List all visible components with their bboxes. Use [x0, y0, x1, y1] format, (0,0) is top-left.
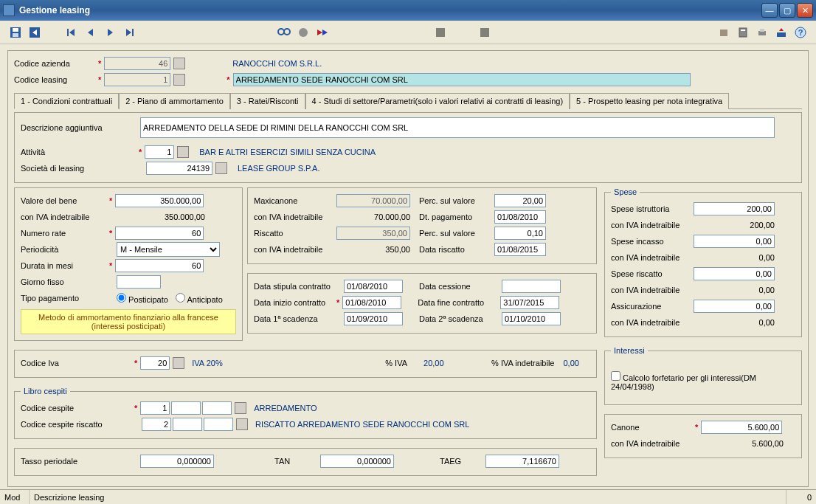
spese-incasso-iva-value: 0,00 — [694, 253, 775, 262]
prima-scad-label: Data 1ª scadenza — [254, 314, 342, 323]
societa-desc: LEASE GROUP S.P.A. — [238, 164, 319, 173]
stop-icon[interactable] — [295, 24, 311, 41]
minimize-button[interactable]: — — [761, 3, 778, 18]
codice-leasing-field — [104, 73, 170, 86]
cespite-desc: ARREDAMENTO — [254, 404, 317, 412]
tassi-panel: Tasso periodale TAN TAEG — [14, 448, 597, 476]
tool1-icon[interactable] — [716, 24, 732, 41]
descrizione-panel: Descrizione aggiuntiva Attività * BAR E … — [14, 112, 802, 183]
perc-valore-field[interactable] — [494, 194, 546, 207]
societa-field[interactable] — [146, 162, 212, 175]
calcolo-forfetario-checkbox[interactable]: Calcolo forfetario per gli interessi(DM … — [611, 371, 795, 391]
perc-iva-label: % IVA — [385, 359, 407, 367]
square2-icon[interactable] — [477, 24, 493, 41]
first-record-icon[interactable] — [63, 24, 80, 41]
data-riscatto-field[interactable] — [494, 243, 546, 256]
attivita-desc: BAR E ALTRI ESERCIZI SIMILI SENZA CUCINA — [199, 148, 376, 156]
next-record-icon[interactable] — [102, 24, 118, 41]
help-icon[interactable]: ? — [792, 24, 809, 41]
tab-prospetto[interactable]: 5 - Prospetto leasing per nota integrati… — [570, 93, 729, 109]
save-icon[interactable] — [7, 24, 24, 41]
tipo-pagamento-label: Tipo pagamento — [21, 294, 115, 303]
giorno-fisso-label: Giorno fisso — [21, 277, 115, 286]
descrizione-aggiuntiva-field[interactable] — [140, 117, 775, 138]
codice-iva-field[interactable] — [140, 356, 170, 370]
cespite-field1[interactable] — [140, 401, 170, 415]
spese-istruttoria-field[interactable] — [694, 202, 775, 215]
giorno-fisso-field[interactable] — [117, 275, 161, 289]
square1-icon[interactable] — [432, 24, 449, 41]
stipula-label: Data stipula contratto — [254, 282, 342, 291]
societa-lookup[interactable] — [215, 162, 227, 174]
leasing-desc-field[interactable] — [233, 73, 691, 86]
export-icon[interactable] — [773, 24, 789, 41]
fine-field[interactable] — [500, 296, 559, 309]
riscatto-label: Riscatto — [254, 229, 335, 238]
perc-valore2-field[interactable] — [494, 227, 546, 240]
status-desc: Descrizione leasing — [30, 490, 786, 504]
tan-field[interactable] — [320, 455, 394, 468]
stipula-field[interactable] — [344, 280, 403, 293]
calculator-icon[interactable] — [735, 24, 751, 41]
svg-rect-15 — [760, 29, 764, 32]
seconda-scad-label: Data 2ª scadenza — [419, 314, 500, 323]
cespite-riscatto-field3[interactable] — [204, 418, 233, 431]
cespite-field3[interactable] — [202, 401, 232, 415]
perc-valore-label: Perc. sul valore — [419, 196, 493, 205]
status-bar: Mod Descrizione leasing 0 — [0, 489, 816, 504]
taeg-field[interactable] — [485, 455, 559, 468]
maxicanone-iva-label: con IVA indetraibile — [254, 213, 335, 221]
search-icon[interactable] — [276, 24, 292, 41]
attivita-field[interactable] — [145, 145, 174, 159]
codice-iva-lookup[interactable] — [173, 357, 184, 369]
spese-incasso-field[interactable] — [694, 235, 775, 248]
codice-leasing-lookup[interactable] — [173, 74, 185, 86]
tab-piano[interactable]: 2 - Piano di ammortamento — [119, 93, 230, 109]
spese-riscatto-iva-value: 0,00 — [694, 286, 775, 294]
flag-icon[interactable] — [314, 24, 331, 41]
posticipato-radio[interactable]: Posticipato — [117, 293, 168, 304]
iva-desc: IVA 20% — [192, 359, 384, 367]
valore-bene-field[interactable] — [115, 194, 204, 207]
codice-leasing-label: Codice leasing — [14, 75, 95, 84]
cespite-lookup[interactable] — [235, 402, 246, 414]
tasso-periodale-field[interactable] — [140, 455, 214, 468]
canone-panel: Canone* con IVA indetraibile5.600,00 — [604, 414, 802, 458]
app-icon — [3, 4, 15, 16]
seconda-scad-field[interactable] — [502, 312, 561, 325]
numero-rate-field[interactable] — [115, 227, 204, 240]
periodicita-select[interactable]: M - Mensile — [117, 242, 220, 257]
cespite-riscatto-field1[interactable] — [142, 418, 171, 431]
perc-valore2-label: Perc. sul valore — [419, 229, 493, 238]
cespite-field2[interactable] — [171, 401, 201, 415]
cespite-riscatto-lookup[interactable] — [236, 418, 248, 430]
attivita-lookup[interactable] — [177, 146, 189, 158]
canone-field[interactable] — [701, 421, 782, 434]
back-icon[interactable] — [27, 24, 43, 41]
tab-condizioni[interactable]: 1 - Condizioni contrattuali — [14, 93, 119, 109]
prima-scad-field[interactable] — [344, 312, 403, 325]
durata-mesi-field[interactable] — [115, 259, 204, 272]
cessione-field[interactable] — [502, 280, 561, 293]
tab-ratei[interactable]: 3 - Ratei/Risconti — [230, 93, 305, 109]
tab-bar: 1 - Condizioni contrattuali 2 - Piano di… — [14, 92, 802, 109]
last-record-icon[interactable] — [121, 24, 137, 41]
inizio-field[interactable] — [342, 296, 401, 309]
riscatto-iva-value: 350,00 — [336, 245, 410, 254]
assicurazione-field[interactable] — [694, 300, 775, 313]
maxicanone-iva-value: 70.000,00 — [336, 213, 410, 221]
svg-rect-10 — [480, 28, 489, 37]
dt-pagamento-field[interactable] — [494, 210, 546, 224]
maximize-button[interactable]: ▢ — [779, 3, 795, 18]
anticipato-radio[interactable]: Anticipato — [176, 293, 223, 304]
valore-bene-label: Valore del bene — [21, 196, 106, 205]
close-button[interactable]: ✕ — [797, 3, 813, 18]
cespite-riscatto-field2[interactable] — [173, 418, 202, 431]
periodicita-label: Periodicità — [21, 245, 115, 254]
prev-record-icon[interactable] — [83, 24, 99, 41]
print-icon[interactable] — [754, 24, 770, 41]
codice-azienda-field — [104, 57, 170, 70]
spese-riscatto-field[interactable] — [694, 267, 775, 280]
tab-studi[interactable]: 4 - Studi di settore/Parametri(solo i va… — [305, 93, 570, 109]
codice-azienda-lookup[interactable] — [173, 58, 185, 69]
